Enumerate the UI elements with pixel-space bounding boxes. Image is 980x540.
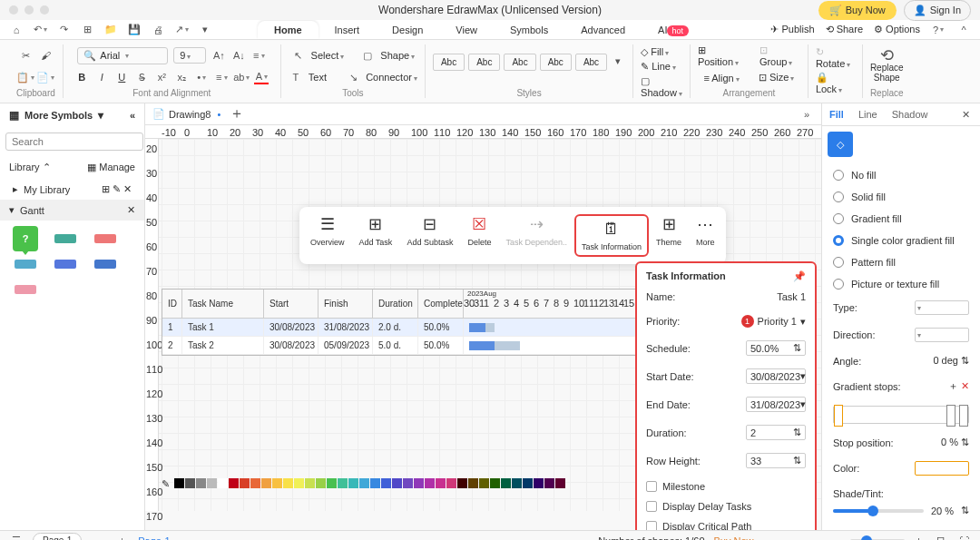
rotate-button[interactable]: ↻ Rotate — [816, 46, 855, 69]
publish-button[interactable]: ✈ Publish — [770, 24, 814, 35]
help-shape[interactable]: ? — [9, 230, 42, 248]
row-height-input[interactable]: 33⇅ — [746, 453, 806, 468]
task-name-value[interactable]: Task 1 — [777, 291, 806, 302]
color-swatch[interactable] — [250, 478, 260, 488]
color-swatch[interactable] — [523, 478, 533, 488]
size-button[interactable]: ⊡ Size — [759, 72, 794, 83]
gantt-shape-4[interactable] — [49, 255, 82, 273]
task-information-button[interactable]: 🗓Task Information — [574, 214, 649, 257]
color-swatch[interactable] — [381, 478, 391, 488]
add-tab-button[interactable]: ＋ — [230, 107, 244, 122]
color-swatch[interactable] — [185, 478, 195, 488]
priority-selector[interactable]: 1Priority 1 ▾ — [741, 315, 806, 328]
canvas[interactable]: 2030405060708090100110120130140150160170… — [145, 139, 821, 511]
symbol-search-input[interactable] — [5, 133, 143, 151]
copy-icon[interactable]: 📄 — [38, 70, 53, 84]
angle-input[interactable]: 0 deg ⇅ — [933, 355, 969, 367]
save-button[interactable]: 💾 — [127, 23, 142, 37]
color-swatch[interactable] — [479, 478, 489, 488]
manage-library-button[interactable]: ▦ Manage — [87, 162, 135, 173]
single-gradient-radio[interactable]: Single color gradient fill — [833, 235, 969, 246]
end-date-input[interactable]: 31/08/2023▾ — [746, 397, 806, 412]
options-button[interactable]: ⚙ Options — [874, 24, 920, 35]
tab-symbols[interactable]: Symbols — [494, 21, 564, 39]
add-task-button[interactable]: ⊞Add Task — [352, 214, 400, 257]
add-stop-button[interactable]: ＋ — [948, 380, 958, 391]
remove-page-button[interactable]: − — [91, 534, 105, 541]
decrease-font-icon[interactable]: A↓ — [231, 48, 246, 63]
delete-button[interactable]: ☒Delete — [460, 214, 498, 257]
tab-view[interactable]: View — [439, 21, 494, 39]
increase-font-icon[interactable]: A↑ — [211, 48, 226, 63]
close-dot[interactable] — [9, 5, 18, 15]
gradient-fill-radio[interactable]: Gradient fill — [833, 213, 969, 224]
color-swatch[interactable] — [240, 478, 250, 488]
shade-slider[interactable] — [833, 509, 924, 513]
close-panel-icon[interactable]: ✕ — [958, 107, 973, 122]
no-fill-radio[interactable]: No fill — [833, 170, 969, 181]
replace-shape-icon[interactable]: ⟲ — [879, 48, 894, 63]
fit-page-icon[interactable]: ⊡ — [933, 534, 947, 541]
fill-type-icon[interactable]: ◇ — [828, 132, 853, 157]
solid-fill-radio[interactable]: Solid fill — [833, 191, 969, 202]
color-swatch[interactable] — [305, 478, 315, 488]
page-selector[interactable]: Page-1 — [33, 533, 82, 540]
collapse-ribbon-button[interactable]: ^ — [956, 23, 971, 37]
lock-button[interactable]: 🔒 Lock — [816, 72, 855, 94]
more-symbols-header[interactable]: ▦ More Symbols ▾« — [0, 103, 144, 127]
page-footer-tab[interactable]: Page-1 — [138, 535, 170, 541]
sub-icon[interactable]: x₂ — [174, 70, 189, 84]
line-tab[interactable]: Line — [858, 109, 877, 120]
more-qat[interactable]: ▾ — [198, 23, 212, 37]
theme-color-bar[interactable]: ✎ — [162, 478, 817, 489]
cut-icon[interactable]: ✂ — [18, 48, 33, 63]
color-swatch[interactable] — [294, 478, 304, 488]
duration-input[interactable]: 2⇅ — [746, 425, 806, 440]
style-preset-4[interactable]: Abc — [540, 54, 572, 71]
tab-insert[interactable]: Insert — [318, 21, 377, 39]
color-swatch[interactable] — [316, 478, 326, 488]
gradient-direction-selector[interactable] — [915, 328, 969, 342]
select-tool-icon[interactable]: ↖ — [291, 48, 306, 63]
style-preset-3[interactable]: Abc — [504, 54, 535, 71]
collapse-left-icon[interactable]: « — [130, 110, 135, 121]
color-swatch[interactable] — [544, 478, 554, 488]
shadow-tab[interactable]: Shadow — [892, 109, 928, 120]
line-spacing-icon[interactable]: ≡ — [251, 48, 266, 63]
delay-checkbox[interactable]: Display Delay Tasks — [646, 501, 806, 512]
add-page-button[interactable]: ＋ — [114, 534, 129, 541]
gantt-shape-1[interactable] — [49, 230, 82, 248]
stop-color-selector[interactable] — [915, 461, 969, 476]
gantt-shape-6[interactable] — [9, 280, 42, 299]
home-icon[interactable]: ⌂ — [9, 23, 24, 37]
start-date-input[interactable]: 30/08/2023▾ — [746, 368, 806, 384]
remove-stop-button[interactable]: ✕ — [961, 380, 969, 391]
shape-tool-icon[interactable]: ▢ — [360, 48, 375, 63]
strike-icon[interactable]: S̶ — [134, 70, 149, 84]
overview-button[interactable]: ☰Overview — [303, 214, 352, 257]
open-button[interactable]: 📁 — [103, 23, 118, 37]
line-button[interactable]: ✎ Line — [641, 61, 682, 73]
stop-position-input[interactable]: 0 % ⇅ — [941, 437, 969, 448]
print-button[interactable]: 🖨 — [151, 23, 165, 37]
style-preset-2[interactable]: Abc — [468, 54, 500, 71]
color-swatch[interactable] — [457, 478, 467, 488]
buy-now-link[interactable]: Buy Now — [714, 535, 754, 541]
gantt-shape-2[interactable] — [89, 230, 122, 248]
highlight-icon[interactable]: ab — [234, 70, 249, 84]
color-swatch[interactable] — [446, 478, 456, 488]
export-button[interactable]: ↗ — [174, 23, 189, 37]
undo-button[interactable]: ↶ — [33, 23, 47, 37]
share-button[interactable]: ⟲ Share — [826, 24, 863, 35]
tab-design[interactable]: Design — [376, 21, 439, 39]
color-swatch[interactable] — [261, 478, 271, 488]
bold-icon[interactable]: B — [74, 70, 89, 84]
gantt-section-header[interactable]: ▾ Gantt✕ — [0, 200, 144, 221]
color-swatch[interactable] — [490, 478, 500, 488]
max-dot[interactable] — [40, 5, 49, 15]
underline-icon[interactable]: U — [114, 70, 129, 84]
my-library-item[interactable]: ▸ My Library⊞ ✎ ✕ — [0, 179, 144, 200]
color-swatch[interactable] — [359, 478, 369, 488]
font-selector[interactable]: 🔍Arial — [77, 47, 168, 64]
color-swatch[interactable] — [501, 478, 511, 488]
